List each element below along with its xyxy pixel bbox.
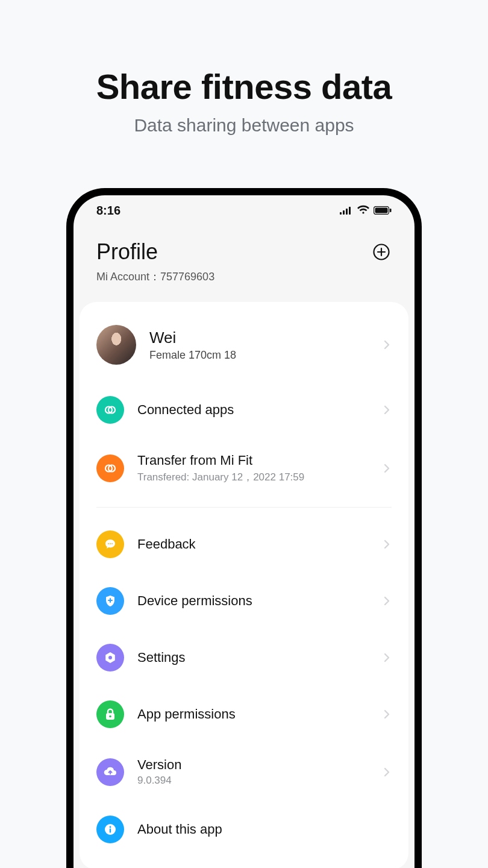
cellular-icon [340, 204, 353, 218]
row-sub: Transfered: January 12，2022 17:59 [137, 470, 369, 484]
wifi-icon [357, 204, 370, 218]
svg-rect-3 [349, 207, 351, 215]
profile-name: Wei [149, 329, 369, 347]
feedback-row[interactable]: Feedback [93, 516, 395, 573]
row-title: Connected apps [137, 402, 369, 418]
lock-icon [96, 700, 124, 728]
device-permissions-row[interactable]: Device permissions [93, 573, 395, 629]
account-prefix: Mi Account： [96, 271, 160, 283]
svg-rect-1 [343, 210, 345, 215]
battery-icon [374, 204, 392, 218]
settings-card: Wei Female 170cm 18 Connected apps [80, 302, 408, 868]
chevron-right-icon [382, 709, 392, 719]
svg-point-15 [108, 656, 112, 659]
svg-rect-2 [346, 209, 348, 215]
svg-rect-6 [390, 209, 392, 212]
chevron-right-icon [382, 405, 392, 415]
status-time: 8:16 [96, 204, 120, 218]
svg-point-19 [110, 826, 111, 828]
chevron-right-icon [382, 340, 392, 350]
chevron-right-icon [382, 653, 392, 662]
promo-title: Share fitness data [0, 66, 488, 107]
row-title: Settings [137, 650, 369, 665]
svg-point-14 [111, 543, 113, 544]
row-title: Feedback [137, 536, 369, 552]
chevron-right-icon [382, 767, 392, 777]
profile-row[interactable]: Wei Female 170cm 18 [93, 308, 395, 382]
svg-point-17 [109, 715, 111, 718]
row-sub: 9.0.394 [137, 775, 369, 787]
connected-apps-row[interactable]: Connected apps [93, 382, 395, 438]
connected-apps-icon [96, 396, 124, 424]
transfer-row[interactable]: Transfer from Mi Fit Transfered: January… [93, 438, 395, 498]
account-id: 757769603 [160, 271, 214, 283]
svg-rect-5 [375, 208, 388, 213]
svg-point-12 [108, 543, 109, 544]
row-title: Transfer from Mi Fit [137, 453, 369, 468]
page-header: Profile Mi Account：757769603 [74, 222, 414, 302]
svg-rect-0 [340, 212, 342, 215]
transfer-icon [96, 454, 124, 482]
row-title: Device permissions [137, 593, 369, 609]
profile-detail: Female 170cm 18 [149, 349, 369, 362]
status-bar: 8:16 [74, 195, 414, 222]
chevron-right-icon [382, 539, 392, 549]
gear-icon [96, 644, 124, 671]
row-title: Version [137, 757, 369, 773]
settings-row[interactable]: Settings [93, 629, 395, 686]
status-icons [340, 204, 392, 218]
chevron-right-icon [382, 464, 392, 473]
row-title: App permissions [137, 706, 369, 722]
feedback-icon [96, 530, 124, 558]
plus-circle-icon [372, 243, 390, 261]
cloud-upload-icon [96, 758, 124, 786]
phone-frame: 8:16 [66, 188, 422, 868]
version-row[interactable]: Version 9.0.394 [93, 743, 395, 801]
phone-screen: 8:16 [74, 195, 414, 868]
shield-icon [96, 587, 124, 615]
promo-subtitle: Data sharing between apps [0, 115, 488, 136]
avatar [96, 325, 136, 365]
page-title: Profile [96, 239, 158, 265]
row-title: About this app [137, 822, 392, 837]
add-button[interactable] [371, 242, 392, 262]
svg-rect-20 [110, 829, 111, 833]
svg-point-13 [110, 543, 111, 544]
chevron-right-icon [382, 596, 392, 606]
app-permissions-row[interactable]: App permissions [93, 686, 395, 743]
account-line: Mi Account：757769603 [96, 269, 392, 284]
about-row[interactable]: About this app [93, 801, 395, 858]
info-icon [96, 816, 124, 843]
divider [96, 507, 392, 508]
